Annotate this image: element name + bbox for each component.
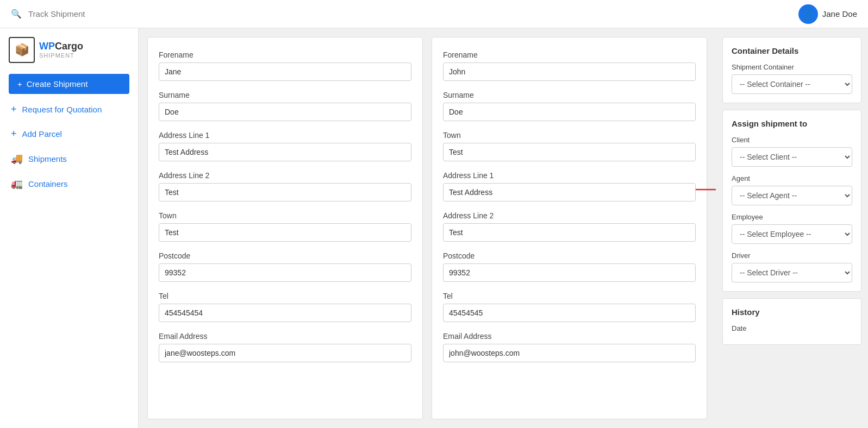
receiver-email-group: Email Address [443,332,696,362]
sender-postcode-label: Postcode [159,251,411,260]
plus-icon-parcel: + [11,128,17,140]
sender-tel-group: Tel [159,292,411,322]
forms-area: Forename Surname Address Line 1 Address … [139,28,716,428]
client-label: Client [732,136,852,144]
sidebar-item-request-quotation[interactable]: + Request for Quotation [0,98,138,121]
logo-icon: 📦 [9,37,35,63]
receiver-postcode-group: Postcode [443,251,696,282]
agent-label: Agent [732,174,852,182]
receiver-forename-label: Forename [443,51,696,59]
create-shipment-label: Create Shipment [27,79,88,89]
sender-address1-group: Address Line 1 [159,131,411,161]
sender-forename-input[interactable] [159,62,411,81]
receiver-email-label: Email Address [443,332,696,341]
logo-shipment: SHIPMENT [39,52,83,59]
driver-select[interactable]: -- Select Driver -- [732,263,852,282]
history-title: History [732,307,852,317]
sidebar-item-add-parcel[interactable]: + Add Parcel [0,123,138,145]
receiver-town-input[interactable] [443,143,696,161]
container-select[interactable]: -- Select Container -- [732,74,852,94]
container-details-card: Container Details Shipment Container -- … [722,37,861,103]
user-area: 👤 Jane Doe [798,4,857,24]
sender-forename-label: Forename [159,51,411,59]
sender-address2-label: Address Line 2 [159,171,411,180]
date-label: Date [732,324,852,332]
receiver-postcode-input[interactable] [443,263,696,282]
logo-text: WPCargo SHIPMENT [39,41,83,59]
sidebar-item-containers[interactable]: 🚛 Containers [0,172,138,195]
annotation-arrow [696,183,716,196]
sender-form-card: Forename Surname Address Line 1 Address … [147,37,423,419]
history-card: History Date [722,298,861,345]
sender-surname-label: Surname [159,91,411,99]
search-area: 🔍 [11,9,148,19]
receiver-address2-label: Address Line 2 [443,211,696,220]
receiver-surname-group: Surname [443,91,696,121]
sender-postcode-group: Postcode [159,251,411,282]
sidebar-parcel-label: Add Parcel [22,129,62,139]
receiver-form-card: Forename Surname Town Address Line 1 [432,37,707,419]
plus-icon-small: + [11,104,17,115]
agent-select[interactable]: -- Select Agent -- [732,186,852,205]
sender-surname-group: Surname [159,91,411,121]
right-panel: Container Details Shipment Container -- … [716,28,868,428]
sender-forename-group: Forename [159,51,411,81]
username-label: Jane Doe [822,9,857,18]
topnav: 🔍 👤 Jane Doe [0,0,868,28]
sender-email-input[interactable] [159,344,411,362]
receiver-forename-group: Forename [443,51,696,81]
sidebar-shipments-label: Shipments [28,154,67,163]
content-area: Forename Surname Address Line 1 Address … [139,28,868,428]
sidebar-quotation-label: Request for Quotation [22,105,102,114]
receiver-address2-group: Address Line 2 [443,211,696,242]
logo: 📦 WPCargo SHIPMENT [0,37,138,70]
sender-address2-input[interactable] [159,183,411,202]
sidebar-containers-label: Containers [28,179,68,188]
sender-town-group: Town [159,211,411,242]
sender-tel-label: Tel [159,292,411,300]
receiver-town-group: Town [443,131,696,161]
sender-address2-group: Address Line 2 [159,171,411,202]
receiver-surname-input[interactable] [443,103,696,121]
sender-tel-input[interactable] [159,304,411,322]
avatar: 👤 [798,4,818,24]
receiver-tel-group: Tel [443,292,696,322]
sender-postcode-input[interactable] [159,263,411,282]
sender-town-input[interactable] [159,223,411,242]
sidebar-item-shipments[interactable]: 🚚 Shipments [0,147,138,170]
create-shipment-button[interactable]: + Create Shipment [9,74,129,94]
plus-icon: + [17,79,22,89]
container-label: Shipment Container [732,63,852,71]
logo-cargo: Cargo [55,41,83,52]
sender-address1-label: Address Line 1 [159,131,411,140]
truck-icon: 🚚 [11,153,23,165]
receiver-address1-input[interactable] [443,183,696,202]
assign-section-title: Assign shipment to [732,119,852,128]
driver-label: Driver [732,251,852,260]
search-icon: 🔍 [11,9,22,19]
receiver-email-input[interactable] [443,344,696,362]
sender-address1-input[interactable] [159,143,411,161]
receiver-address2-input[interactable] [443,223,696,242]
main-layout: 📦 WPCargo SHIPMENT + Create Shipment + R… [0,28,868,428]
sidebar: 📦 WPCargo SHIPMENT + Create Shipment + R… [0,28,139,428]
container-section-title: Container Details [732,46,852,55]
receiver-address1-label: Address Line 1 [443,171,696,180]
receiver-town-label: Town [443,131,696,140]
receiver-tel-input[interactable] [443,304,696,322]
logo-wp: WP [39,41,55,52]
sender-email-group: Email Address [159,332,411,362]
receiver-postcode-label: Postcode [443,251,696,260]
client-select[interactable]: -- Select Client -- [732,147,852,167]
search-input[interactable] [28,9,148,18]
employee-label: Employee [732,213,852,221]
sender-email-label: Email Address [159,332,411,341]
container-icon: 🚛 [11,178,23,190]
receiver-address1-group: Address Line 1 [443,171,696,202]
sender-surname-input[interactable] [159,103,411,121]
sender-town-label: Town [159,211,411,220]
receiver-forename-input[interactable] [443,62,696,81]
receiver-surname-label: Surname [443,91,696,99]
employee-select[interactable]: -- Select Employee -- [732,224,852,244]
receiver-tel-label: Tel [443,292,696,300]
